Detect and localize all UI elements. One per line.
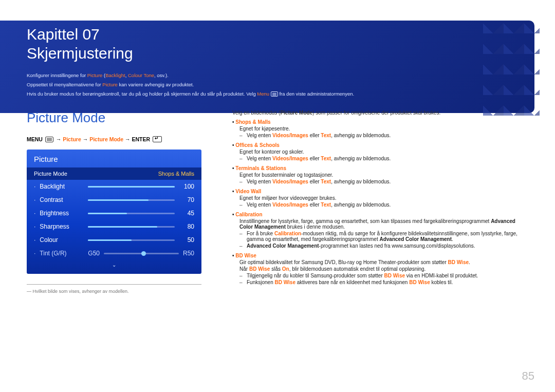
lead-text: Velg en bildemodus (Picture Mode) som pa… (232, 110, 528, 116)
osd-sel-value: Shops & Malls (158, 171, 194, 177)
intro-block: Konfigurer innstillingene for Picture (B… (27, 71, 528, 99)
right-column: Velg en bildemodus (Picture Mode) som pa… (232, 110, 528, 294)
intro1-pre: Konfigurer innstillingene for (27, 72, 87, 78)
menu-icon (271, 91, 278, 97)
mode-item: Shops & MallsEgnet for kjøpesentre.Velg … (232, 119, 528, 138)
menu-icon (45, 137, 53, 142)
page-number: 85 (522, 369, 534, 383)
chapter-label: Kapittel 07 (27, 26, 528, 43)
osd-sel-label: Picture Mode (34, 171, 67, 177)
left-column: Picture Mode MENU → Picture → Picture Mo… (27, 110, 201, 294)
menu-path: MENU → Picture → Picture Mode → ENTER (27, 135, 201, 142)
mode-item: Offices & SchoolsEgnet for kontorer og s… (232, 142, 528, 161)
osd-slider-row[interactable]: ·Colour50 (27, 233, 201, 247)
chevron-down-icon[interactable]: ⌄ (27, 260, 201, 270)
footnote: ― Hvilket bilde som vises, avhenger av m… (27, 289, 201, 294)
osd-slider-row[interactable]: ·Sharpness80 (27, 220, 201, 233)
intro1-k1: Picture (87, 72, 103, 78)
mode-bdwise: BD Wise Gir optimal bildekvalitet for Sa… (232, 253, 528, 285)
enter-icon (153, 136, 162, 142)
osd-slider-row[interactable]: ·Contrast70 (27, 193, 201, 207)
mode-item: Terminals & StationsEgnet for busstermin… (232, 165, 528, 184)
page-content: Kapittel 07 Skjermjustering Konfigurer i… (27, 26, 528, 379)
osd-slider-row[interactable]: ·Backlight100 (27, 180, 201, 193)
intro1-k2: Backlight (105, 72, 125, 78)
osd-panel: Picture Picture Mode Shops & Malls ·Back… (27, 150, 201, 274)
section-heading: Picture Mode (27, 110, 201, 126)
intro1-k3: Colour Tone (128, 72, 154, 78)
page-title: Skjermjustering (27, 45, 528, 62)
mode-calibration: Calibration Innstillingene for lysstyrke… (232, 212, 528, 249)
mode-item: Video WallEgnet for miljøer hvor videove… (232, 189, 528, 208)
osd-selected-row[interactable]: Picture Mode Shops & Malls (27, 167, 201, 180)
osd-tint-row[interactable]: · Tint (G/R) G50 R50 (27, 247, 201, 260)
osd-slider-row[interactable]: ·Brightness45 (27, 207, 201, 220)
osd-title: Picture (27, 150, 201, 167)
